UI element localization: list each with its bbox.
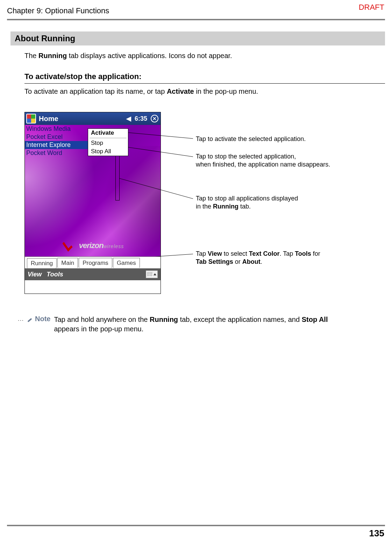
text-bold: Stop All — [302, 316, 328, 323]
page-number: 135 — [369, 528, 384, 539]
page-header: Chapter 9: Optional Functions DRAFT — [7, 6, 385, 16]
callout-view-tools: Tap View to select Text Color. Tap Tools… — [196, 250, 320, 266]
text: Tap to stop all applications displayed — [196, 195, 298, 203]
text-bold: Tab Settings — [196, 258, 233, 265]
text: . — [261, 258, 262, 265]
callout-activate: Tap to activate the selected application… — [196, 135, 306, 143]
text: tab. — [238, 203, 251, 210]
text-bold: About — [242, 258, 261, 265]
text: tab displays active applications. Icons … — [67, 52, 232, 59]
footer-rule — [7, 525, 385, 526]
header-rule — [7, 19, 385, 20]
menu-separator — [90, 138, 127, 138]
subsection-rule — [24, 83, 385, 84]
subsection-body: To activate an application tap its name,… — [24, 87, 258, 96]
text: or — [233, 258, 242, 265]
text: tab, except the application names, and — [178, 316, 302, 323]
titlebar-right: ◀ 6:35 ✕ — [126, 115, 161, 122]
section-heading: About Running — [10, 31, 385, 45]
text: Tap to stop the selected application, — [196, 153, 330, 161]
draft-watermark: DRAFT — [359, 3, 384, 12]
menu-item-stop-all[interactable]: Stop All — [88, 147, 128, 156]
menu-item-activate[interactable]: Activate — [88, 129, 128, 137]
context-menu: Activate Stop Stop All — [88, 128, 128, 156]
menu-tools[interactable]: Tools — [47, 271, 63, 278]
list-item-selected[interactable]: Internet Explore — [25, 141, 88, 149]
list-item[interactable]: Pocket Excel — [25, 133, 88, 141]
app-area: Windows Media Pocket Excel Internet Expl… — [25, 125, 161, 268]
text: The — [24, 52, 38, 59]
list-item[interactable]: Windows Media — [25, 125, 88, 133]
carrier-sub: wireless — [104, 244, 124, 249]
running-app-list: Windows Media Pocket Excel Internet Expl… — [25, 125, 88, 157]
text: Tap and hold anywhere on the — [54, 316, 150, 323]
list-item[interactable]: Pocket Word — [25, 149, 88, 157]
note-dots-icon: … — [17, 315, 24, 323]
text: in the pop-up menu. — [194, 87, 258, 95]
section-intro: The Running tab displays active applicat… — [24, 52, 232, 60]
text: for — [311, 250, 320, 257]
text: to select — [222, 250, 249, 257]
text-bold: Running — [150, 316, 178, 323]
note-label: Note — [35, 315, 50, 323]
chapter-title: Chapter 9: Optional Functions — [7, 6, 109, 15]
tab-games[interactable]: Games — [113, 258, 140, 268]
text-bold: View — [208, 250, 222, 257]
menu-view[interactable]: View — [28, 271, 42, 278]
text: in the — [196, 203, 213, 210]
carrier-brand: verizon — [79, 241, 104, 250]
note-block: … Note Tap and hold anywhere on the Runn… — [17, 315, 378, 334]
callout-stop: Tap to stop the selected application, wh… — [196, 153, 330, 169]
tab-main[interactable]: Main — [57, 258, 78, 268]
tab-bar: Running Main Programs Games — [25, 256, 161, 268]
text-bold: Running — [38, 52, 67, 59]
clock-time: 6:35 — [135, 115, 147, 122]
title-label: Home — [39, 115, 123, 123]
text: when finished, the application name disa… — [196, 161, 330, 169]
note-text: Tap and hold anywhere on the Running tab… — [54, 315, 328, 334]
volume-icon[interactable]: ◀ — [126, 115, 131, 122]
text-bold: Activate — [167, 87, 194, 95]
text-bold: Text Color — [249, 250, 280, 257]
callout-stop-all: Tap to stop all applications displayed i… — [196, 195, 298, 211]
note-icon: … Note — [17, 315, 50, 323]
tab-running[interactable]: Running — [27, 258, 57, 268]
device-screenshot: Home ◀ 6:35 ✕ Windows Media Pocket Excel… — [24, 112, 161, 294]
start-button[interactable] — [26, 114, 36, 124]
text: . Tap — [279, 250, 295, 257]
device-titlebar: Home ◀ 6:35 ✕ — [25, 112, 161, 125]
text: appears in the pop-up menu. — [54, 325, 143, 333]
text: Tap — [196, 250, 208, 257]
verizon-check-icon — [62, 240, 77, 248]
text-bold: Tools — [295, 250, 311, 257]
subsection-heading: To activate/stop the application: — [24, 72, 142, 81]
keyboard-icon[interactable] — [146, 270, 158, 278]
menu-item-stop[interactable]: Stop — [88, 139, 128, 147]
text-bold: Running — [213, 203, 238, 210]
close-icon[interactable]: ✕ — [151, 115, 158, 122]
pencil-icon — [26, 315, 34, 323]
tab-programs[interactable]: Programs — [79, 258, 112, 268]
text: To activate an application tap its name,… — [24, 87, 167, 95]
carrier-logo: verizonwireless — [25, 240, 161, 250]
device-menubar: View Tools — [25, 268, 161, 280]
